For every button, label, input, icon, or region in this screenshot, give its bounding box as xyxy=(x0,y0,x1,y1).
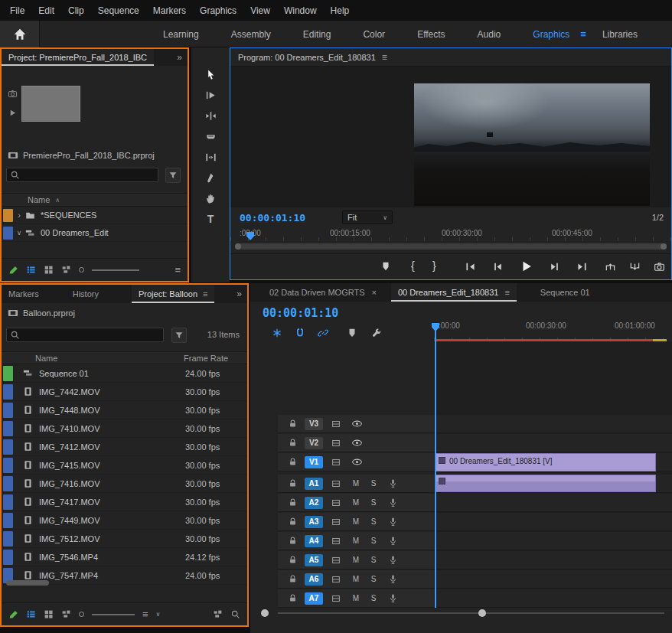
list-item[interactable]: IMG_7448.MOV 30.00 fps xyxy=(2,401,247,419)
list-item[interactable]: IMG_7512.MOV 30.00 fps xyxy=(2,530,247,548)
mute-button[interactable]: M xyxy=(351,479,361,488)
menu-window[interactable]: Window xyxy=(277,5,324,16)
list-item[interactable]: IMG_7412.MOV 30.00 fps xyxy=(2,438,247,456)
type-tool-button[interactable]: T xyxy=(201,210,220,227)
sync-lock-icon[interactable] xyxy=(331,593,341,604)
playback-resolution[interactable]: 1/2 xyxy=(652,213,664,222)
go-to-in-icon[interactable] xyxy=(465,261,476,272)
horizontal-scrollbar[interactable] xyxy=(6,580,49,586)
mute-button[interactable]: M xyxy=(351,498,361,507)
menu-file[interactable]: File xyxy=(3,5,31,16)
list-view-button[interactable] xyxy=(26,265,36,275)
track-output-eye-icon[interactable] xyxy=(351,456,363,468)
track-content[interactable] xyxy=(434,570,672,589)
track-output-eye-icon[interactable] xyxy=(351,437,363,449)
track-badge[interactable]: V1 xyxy=(305,456,323,468)
menu-help[interactable]: Help xyxy=(324,5,357,16)
mute-button[interactable]: M xyxy=(351,517,361,526)
track-content[interactable] xyxy=(434,434,672,452)
poster-camera-icon[interactable] xyxy=(8,89,18,99)
track-content[interactable] xyxy=(434,415,672,433)
lift-icon[interactable] xyxy=(605,261,616,272)
zoom-handle-left[interactable] xyxy=(261,609,269,617)
menu-clip[interactable]: Clip xyxy=(61,5,91,16)
snap-icon[interactable] xyxy=(295,328,305,338)
list-item[interactable]: Sequence 01 24.00 fps xyxy=(2,364,247,383)
list-view-button[interactable] xyxy=(26,609,36,619)
panel-menu-icon[interactable]: ≡ xyxy=(203,289,207,299)
solo-button[interactable]: S xyxy=(368,594,379,602)
track-lock-icon[interactable] xyxy=(288,517,298,527)
scrollbar-left-handle[interactable] xyxy=(235,243,241,250)
export-frame-icon[interactable] xyxy=(654,261,665,272)
bin-row-dreamers[interactable]: ∨ 00 Dreamers_Edit xyxy=(2,224,188,242)
panel-overflow-button[interactable]: » xyxy=(231,285,247,303)
go-to-out-icon[interactable] xyxy=(576,261,588,272)
track-content[interactable] xyxy=(434,589,672,608)
timeline-playhead-line[interactable] xyxy=(435,329,436,608)
sync-lock-icon[interactable] xyxy=(331,438,341,449)
workspace-graphics-active[interactable]: Graphics xyxy=(517,29,580,40)
zoom-out-handle[interactable] xyxy=(79,612,84,617)
solo-button[interactable]: S xyxy=(368,498,379,507)
thumbnails-icon[interactable] xyxy=(213,609,223,619)
timeline-zoom-scrollbar[interactable] xyxy=(278,612,664,614)
mark-out-icon[interactable]: } xyxy=(432,259,436,272)
sync-lock-icon[interactable] xyxy=(331,517,341,527)
voiceover-mic-icon[interactable] xyxy=(388,574,398,584)
solo-button[interactable]: S xyxy=(368,517,379,526)
step-back-icon[interactable] xyxy=(492,261,504,272)
workspace-libraries[interactable]: Libraries xyxy=(586,29,654,40)
bin-row-sequences[interactable]: › *SEQUENCES xyxy=(2,207,188,224)
track-lock-icon[interactable] xyxy=(288,574,298,584)
track-select-forward-tool-button[interactable] xyxy=(201,86,220,103)
slip-tool-button[interactable] xyxy=(201,148,220,165)
icon-view-button[interactable] xyxy=(44,609,54,619)
tab-markers[interactable]: Markers xyxy=(2,285,46,303)
track-badge[interactable]: A5 xyxy=(305,554,323,566)
track-output-eye-icon[interactable] xyxy=(351,418,363,429)
zoom-handle-right[interactable] xyxy=(478,609,486,617)
play-icon[interactable] xyxy=(520,259,533,273)
razor-tool-button[interactable] xyxy=(201,128,220,145)
mark-in-icon[interactable]: { xyxy=(411,259,415,272)
track-badge[interactable]: A7 xyxy=(305,592,323,605)
mute-button[interactable]: M xyxy=(351,556,361,564)
track-content[interactable] xyxy=(434,551,672,569)
close-icon[interactable]: × xyxy=(372,288,377,297)
step-forward-icon[interactable] xyxy=(549,261,560,272)
workspace-learning[interactable]: Learning xyxy=(147,29,215,40)
voiceover-mic-icon[interactable] xyxy=(388,498,398,507)
tab-project-ibc[interactable]: Project: PremierePro_Fall_2018_IBC xyxy=(2,49,154,66)
mute-button[interactable]: M xyxy=(351,594,361,602)
track-lock-icon[interactable] xyxy=(288,438,298,448)
program-scrollbar[interactable] xyxy=(235,243,667,250)
menu-sequence[interactable]: Sequence xyxy=(91,5,146,16)
sync-lock-icon[interactable] xyxy=(331,478,341,489)
list-item[interactable]: IMG_7415.MOV 30.00 fps xyxy=(2,456,247,475)
zoom-out-handle[interactable] xyxy=(79,267,84,272)
track-lock-icon[interactable] xyxy=(288,498,298,507)
workspace-editing[interactable]: Editing xyxy=(287,29,347,40)
track-content[interactable] xyxy=(434,532,672,550)
name-column-header[interactable]: Name xyxy=(28,195,50,204)
list-item[interactable]: IMG_7410.MOV 30.00 fps xyxy=(2,419,247,438)
list-item[interactable]: IMG_7416.MOV 30.00 fps xyxy=(2,475,247,493)
voiceover-mic-icon[interactable] xyxy=(388,478,398,488)
freeform-view-button[interactable] xyxy=(61,265,71,275)
bin-filter-button[interactable] xyxy=(165,168,181,183)
workspace-color[interactable]: Color xyxy=(347,29,401,40)
disclosure-chevron-icon[interactable]: › xyxy=(13,210,25,220)
track-content[interactable] xyxy=(434,513,672,531)
voiceover-mic-icon[interactable] xyxy=(388,555,398,565)
sync-lock-icon[interactable] xyxy=(331,536,341,547)
workspace-audio[interactable]: Audio xyxy=(462,29,517,40)
menu-edit[interactable]: Edit xyxy=(31,5,61,16)
solo-button[interactable]: S xyxy=(368,479,379,488)
list-item[interactable]: IMG_7546.MP4 24.12 fps xyxy=(2,548,247,566)
timeline-settings-icon[interactable] xyxy=(371,328,382,338)
sync-lock-icon[interactable] xyxy=(331,498,341,508)
name-column-header[interactable]: Name xyxy=(35,354,57,363)
sync-lock-icon[interactable] xyxy=(331,457,341,468)
track-badge[interactable]: V2 xyxy=(305,437,323,449)
